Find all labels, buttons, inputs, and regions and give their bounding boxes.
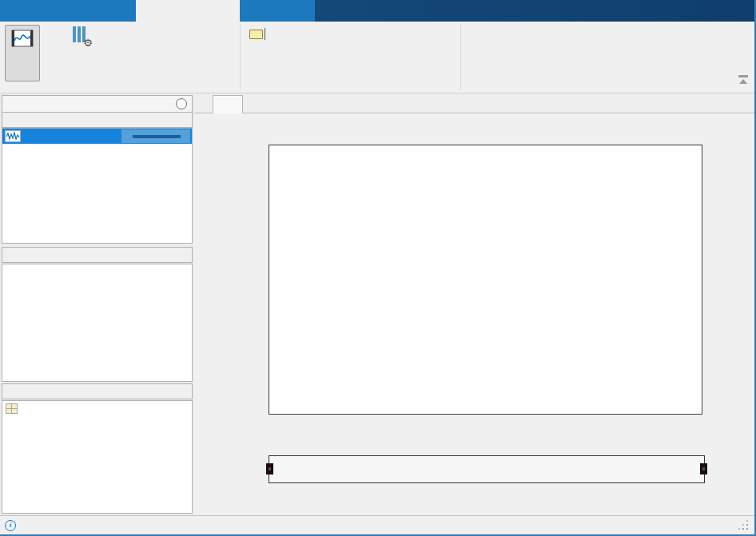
ribbon-tab-view[interactable] bbox=[240, 0, 315, 22]
x-tick-labels bbox=[269, 419, 702, 430]
section-header-feature-tables[interactable] bbox=[2, 247, 193, 263]
panner-strip[interactable] bbox=[269, 455, 705, 483]
data-cursors-button[interactable] bbox=[249, 28, 271, 40]
y-tick-labels bbox=[235, 145, 265, 414]
dataset-item-ensemble1[interactable] bbox=[2, 401, 192, 416]
datasets-list bbox=[2, 400, 193, 514]
panner-right-handle[interactable] bbox=[700, 463, 707, 474]
signal-item-signal-vib[interactable] bbox=[2, 129, 192, 144]
app-window: ⚙ bbox=[0, 0, 756, 536]
data-browser-menu-icon[interactable] bbox=[176, 98, 187, 109]
gear-icon: ⚙ bbox=[83, 38, 93, 48]
panner-waveform bbox=[269, 456, 702, 481]
ensemble-table-icon bbox=[6, 403, 18, 414]
signal-waveform bbox=[269, 145, 702, 414]
ribbon-group-divider bbox=[240, 24, 241, 89]
ensemble-view-icon: ⚙ bbox=[70, 26, 91, 46]
data-cursors-icon-divider bbox=[265, 28, 265, 40]
document-tab-signal-trace[interactable] bbox=[213, 95, 243, 115]
ensemble-view-preferences-button[interactable]: ⚙ bbox=[44, 25, 117, 81]
collapse-ribbon-icon bbox=[738, 75, 748, 77]
data-browser-header bbox=[2, 95, 193, 113]
ribbon-group-divider bbox=[460, 24, 461, 89]
ensemble-button-label bbox=[44, 50, 117, 62]
titlebar bbox=[0, 0, 754, 22]
ribbon-tab-feature-designer[interactable] bbox=[0, 0, 136, 22]
section-header-signals-spectra[interactable] bbox=[2, 112, 193, 128]
resize-grip[interactable] bbox=[738, 519, 748, 530]
panner-icon bbox=[11, 30, 34, 47]
info-icon: i bbox=[5, 520, 16, 531]
signals-list bbox=[2, 128, 193, 244]
status-bar: i bbox=[0, 515, 754, 534]
line-style-preview bbox=[133, 135, 181, 138]
collapse-ribbon-button[interactable] bbox=[737, 75, 750, 84]
ribbon-tab-signal-trace[interactable] bbox=[136, 0, 240, 22]
data-browser-panel bbox=[0, 93, 194, 515]
document-tab-bar bbox=[194, 93, 754, 113]
signal-line-swatch bbox=[121, 129, 190, 143]
panner-button[interactable] bbox=[5, 25, 40, 81]
panner-tick-labels bbox=[269, 485, 704, 495]
signal-trace-icon bbox=[5, 130, 21, 142]
collapse-ribbon-arrow-icon bbox=[739, 79, 747, 84]
data-cursors-icon bbox=[249, 30, 263, 39]
ribbon: ⚙ bbox=[0, 22, 754, 93]
signal-trace-plot[interactable] bbox=[269, 145, 702, 415]
feature-tables-list bbox=[2, 264, 193, 382]
panner-left-handle[interactable] bbox=[266, 463, 273, 474]
section-header-datasets[interactable] bbox=[2, 383, 193, 399]
